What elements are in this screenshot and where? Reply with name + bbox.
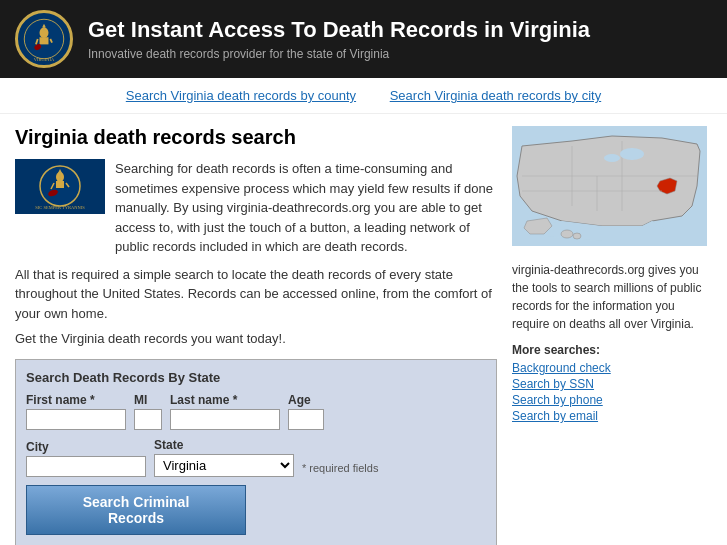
svg-point-28 xyxy=(620,148,644,160)
age-group: Age xyxy=(288,393,324,430)
state-label: State xyxy=(154,438,294,452)
right-links: Background check Search by SSN Search by… xyxy=(512,361,712,423)
us-map xyxy=(512,126,707,246)
lastname-label: Last name * xyxy=(170,393,280,407)
svg-point-29 xyxy=(604,154,620,162)
main-content: Virginia death records search xyxy=(0,114,727,545)
firstname-group: First name * xyxy=(26,393,126,430)
search-button[interactable]: Search Criminal Records xyxy=(26,485,246,535)
link-background-check[interactable]: Background check xyxy=(512,361,712,375)
body-text-1: All that is required a simple search to … xyxy=(15,265,497,324)
left-column: Virginia death records search xyxy=(15,126,497,545)
intro-text: Searching for death records is often a t… xyxy=(115,159,497,257)
right-column: virginia-deathrecords.org gives you the … xyxy=(512,126,712,545)
svg-text:VIRGINIA: VIRGINIA xyxy=(34,57,55,62)
body-text-2: Get the Virginia death records you want … xyxy=(15,329,497,349)
nav-links: Search Virginia death records by county … xyxy=(0,78,727,114)
mi-input[interactable] xyxy=(134,409,162,430)
state-flag: SIC SEMPER TYRANNIS xyxy=(15,159,105,214)
mi-label: MI xyxy=(134,393,162,407)
nav-link-city[interactable]: Search Virginia death records by city xyxy=(390,88,601,103)
lastname-group: Last name * xyxy=(170,393,280,430)
svg-text:SIC SEMPER TYRANNIS: SIC SEMPER TYRANNIS xyxy=(35,205,85,210)
required-note: * required fields xyxy=(302,462,378,477)
svg-rect-3 xyxy=(40,37,49,44)
right-info-text: virginia-deathrecords.org gives you the … xyxy=(512,261,712,333)
age-label: Age xyxy=(288,393,324,407)
mi-group: MI xyxy=(134,393,162,430)
header-text: Get Instant Access To Death Records in V… xyxy=(88,17,590,61)
nav-link-county[interactable]: Search Virginia death records by county xyxy=(126,88,356,103)
city-input[interactable] xyxy=(26,456,146,477)
link-phone[interactable]: Search by phone xyxy=(512,393,712,407)
city-group: City xyxy=(26,440,146,477)
city-label: City xyxy=(26,440,146,454)
firstname-input[interactable] xyxy=(26,409,126,430)
page-title: Virginia death records search xyxy=(15,126,497,149)
content-top: SIC SEMPER TYRANNIS Searching for death … xyxy=(15,159,497,257)
svg-point-33 xyxy=(573,233,581,239)
state-select[interactable]: Virginia Alabama Alaska Arizona Arkansas… xyxy=(154,454,294,477)
header-subtitle: Innovative death records provider for th… xyxy=(88,47,590,61)
link-email[interactable]: Search by email xyxy=(512,409,712,423)
firstname-label: First name * xyxy=(26,393,126,407)
more-searches-label: More searches: xyxy=(512,343,712,357)
header-title: Get Instant Access To Death Records in V… xyxy=(88,17,590,43)
lastname-input[interactable] xyxy=(170,409,280,430)
logo: VIRGINIA xyxy=(15,10,73,68)
header: VIRGINIA Get Instant Access To Death Rec… xyxy=(0,0,727,78)
state-group: State Virginia Alabama Alaska Arizona Ar… xyxy=(154,438,294,477)
svg-rect-13 xyxy=(56,181,64,188)
form-row-2: City State Virginia Alabama Alaska Arizo… xyxy=(26,438,486,477)
svg-point-32 xyxy=(561,230,573,238)
age-input[interactable] xyxy=(288,409,324,430)
link-ssn[interactable]: Search by SSN xyxy=(512,377,712,391)
us-map-container xyxy=(512,126,712,249)
form-row-1: First name * MI Last name * Age xyxy=(26,393,486,430)
search-form-container: Search Death Records By State First name… xyxy=(15,359,497,546)
search-form-title: Search Death Records By State xyxy=(26,370,486,385)
